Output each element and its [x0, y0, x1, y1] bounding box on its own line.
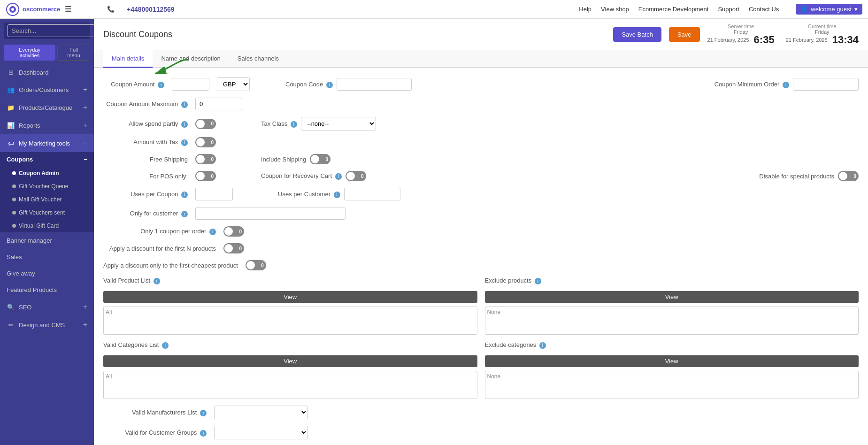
sidebar-item-mall-gift-voucher[interactable]: Mall Gift Voucher: [0, 193, 94, 206]
exclude-products-info-icon[interactable]: i: [535, 278, 541, 284]
full-menu-button[interactable]: Full menu: [57, 45, 90, 61]
only-1-coupon-info-icon[interactable]: i: [209, 229, 216, 235]
amount-with-tax-toggle[interactable]: 0: [195, 137, 216, 147]
coupon-recovery-val: 0: [361, 174, 364, 179]
tax-class-select[interactable]: --none-- Standard Reduced: [301, 117, 376, 130]
coupon-amount-info-icon[interactable]: i: [158, 82, 164, 88]
only-1-coupon-toggle[interactable]: 0: [223, 226, 244, 237]
coupons-submenu: Coupons − Coupon Admin Gift Voucher Queu…: [0, 152, 94, 232]
coupon-code-input[interactable]: [337, 78, 412, 91]
exclude-products-view-button[interactable]: View: [485, 291, 859, 303]
tab-main-details[interactable]: Main details: [103, 50, 153, 68]
view-shop-link[interactable]: View shop: [601, 6, 629, 13]
support-link[interactable]: Support: [718, 6, 739, 13]
coupon-recovery-info-icon[interactable]: i: [335, 173, 342, 180]
sidebar-item-products[interactable]: 📁 Products/Catalogue +: [0, 99, 94, 116]
uses-per-customer-info-icon[interactable]: i: [334, 192, 340, 198]
exclude-categories-view-button[interactable]: View: [485, 355, 859, 367]
apply-n-toggle[interactable]: 0: [223, 243, 244, 253]
coupon-code-info-icon[interactable]: i: [326, 82, 333, 88]
free-shipping-toggle[interactable]: 0: [195, 154, 216, 164]
sidebar-item-virtual-gift-card[interactable]: Virtual Gift Card: [0, 219, 94, 232]
top-nav-links: Help View shop Ecommerce Development Sup…: [579, 4, 862, 15]
valid-categories-info-icon[interactable]: i: [162, 342, 169, 349]
coupon-min-order-info-icon[interactable]: i: [783, 82, 789, 88]
sidebar: 🔍 Everyday activities Full menu ⊞ Dashbo…: [0, 19, 94, 445]
save-batch-button[interactable]: Save Batch: [613, 27, 661, 42]
allow-spend-info-icon[interactable]: i: [181, 121, 188, 128]
include-shipping-toggle[interactable]: 0: [310, 154, 330, 164]
coupon-code-label: Coupon Code i: [285, 81, 333, 88]
for-pos-toggle[interactable]: 0: [195, 171, 216, 181]
sidebar-item-gift-voucher-queue[interactable]: Gift Voucher Queue: [0, 180, 94, 193]
sidebar-item-dashboard[interactable]: ⊞ Dashboard: [0, 64, 94, 81]
contact-link[interactable]: Contact Us: [749, 6, 779, 13]
customer-groups-info-icon[interactable]: i: [200, 430, 207, 437]
include-shipping-val: 0: [326, 157, 329, 162]
allow-spend-val: 0: [211, 121, 214, 126]
search-input[interactable]: [8, 24, 94, 37]
only-for-customer-info-icon[interactable]: i: [181, 211, 188, 217]
current-time-value: 13:34: [832, 35, 859, 45]
allow-spend-toggle[interactable]: 0: [195, 119, 216, 129]
row-customer-groups: Valid for Customer Groups i: [103, 426, 859, 439]
sidebar-item-design[interactable]: ✏ Design and CMS +: [0, 316, 94, 334]
tabs-bar: Main details Name and description Sales …: [94, 50, 868, 68]
sidebar-item-coupon-admin[interactable]: Coupon Admin: [0, 167, 94, 180]
apply-cheapest-val: 0: [261, 263, 264, 268]
manufacturers-info-icon[interactable]: i: [200, 410, 207, 416]
coupons-title[interactable]: Coupons −: [0, 152, 94, 167]
sidebar-item-seo[interactable]: 🔍 SEO +: [0, 298, 94, 316]
exclude-categories-label-row: Exclude categories i: [485, 341, 859, 349]
only-1-coupon-val: 0: [239, 229, 242, 234]
save-button[interactable]: Save: [669, 27, 700, 42]
valid-categories-view-button[interactable]: View: [103, 355, 477, 367]
valid-product-info-icon[interactable]: i: [154, 278, 160, 284]
sidebar-item-sales[interactable]: Sales: [0, 249, 94, 265]
disable-special-label: Disable for special products: [759, 173, 834, 180]
amount-with-tax-info-icon[interactable]: i: [181, 139, 188, 146]
sidebar-item-orders[interactable]: 👥 Orders/Customers +: [0, 81, 94, 99]
everyday-activities-button[interactable]: Everyday activities: [4, 45, 55, 61]
uses-per-coupon-info-icon[interactable]: i: [181, 192, 188, 198]
customer-groups-select[interactable]: [214, 426, 308, 439]
valid-categories-label: Valid Categories List i: [103, 341, 169, 349]
sidebar-item-reports[interactable]: 📊 Reports +: [0, 116, 94, 134]
tax-class-info-icon[interactable]: i: [291, 121, 297, 128]
manufacturers-select[interactable]: [214, 406, 308, 419]
current-time-label: Current time: [786, 23, 859, 29]
valid-product-view-button[interactable]: View: [103, 291, 477, 303]
tab-name-desc[interactable]: Name and description: [153, 50, 229, 68]
coupon-recovery-toggle[interactable]: 0: [346, 171, 366, 181]
user-menu[interactable]: 👤 welcome guest ▾: [796, 4, 862, 15]
coupon-amount-max-info-icon[interactable]: i: [181, 101, 188, 108]
tab-sales-channels[interactable]: Sales channels: [229, 50, 287, 68]
disable-special-toggle[interactable]: 0: [838, 171, 859, 181]
sidebar-item-banner-manager[interactable]: Banner manager: [0, 232, 94, 249]
help-link[interactable]: Help: [579, 6, 591, 13]
coupon-amount-max-input[interactable]: [195, 98, 242, 110]
uses-per-coupon-input[interactable]: [195, 188, 233, 200]
exclude-products-label-row: Exclude products i: [485, 277, 859, 284]
hamburger-icon[interactable]: ☰: [65, 5, 71, 14]
apply-n-label: Apply a discount for the first N product…: [103, 245, 216, 252]
coupon-amount-input[interactable]: [172, 78, 209, 91]
sidebar-item-marketing[interactable]: 🏷 My Marketing tools −: [0, 134, 94, 152]
currency-select[interactable]: GBP USD EUR: [217, 77, 250, 91]
exclude-categories-info-icon[interactable]: i: [539, 342, 546, 349]
current-date: 21 February, 2025: [786, 37, 828, 43]
gift-vouchers-sent-bullet: [12, 211, 16, 215]
gift-voucher-queue-label: Gift Voucher Queue: [19, 183, 68, 190]
uses-per-customer-input[interactable]: [344, 188, 400, 200]
apply-cheapest-toggle[interactable]: 0: [246, 260, 266, 270]
logo[interactable]: oscommerce ☰: [6, 2, 100, 16]
only-for-customer-input[interactable]: [195, 207, 346, 220]
virtual-gift-card-label: Virtual Gift Card: [19, 222, 59, 229]
phone-section: 📞 +448000112569: [107, 6, 175, 13]
sidebar-item-give-away[interactable]: Give away: [0, 265, 94, 282]
sidebar-item-featured-products[interactable]: Featured Products: [0, 282, 94, 298]
coupon-min-order-input[interactable]: [793, 78, 859, 91]
svg-point-2: [11, 8, 14, 11]
ecommerce-dev-link[interactable]: Ecommerce Development: [638, 6, 709, 13]
sidebar-item-gift-vouchers-sent[interactable]: Gift Vouchers sent: [0, 206, 94, 219]
